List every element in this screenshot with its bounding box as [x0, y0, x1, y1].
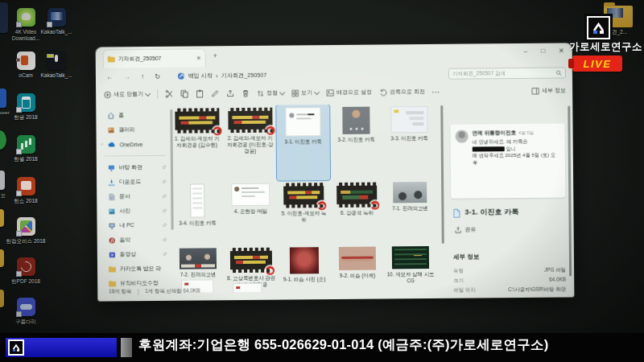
file-tile[interactable]: 3-3. 이진호 카톡	[382, 104, 436, 180]
preview-sender: 연예 뒤통령이진호	[473, 130, 517, 135]
selection-info: 1개 항목 선택함 64.0KB	[145, 287, 200, 295]
minimize-button[interactable]: –	[524, 47, 528, 55]
file-tile[interactable]: 10. 제보자 살해 시도 CG	[384, 244, 438, 293]
pin-icon	[163, 237, 167, 242]
search-placeholder: 기자회견_250507 검색	[452, 69, 556, 77]
refresh-icon[interactable]: ↻	[155, 72, 160, 80]
file-tile[interactable]: 1. 김세의-제보자 기자회견용 (김수현)	[170, 105, 224, 182]
desktop-icon-cloud-bridge[interactable]: 구름다리	[5, 298, 47, 325]
breadcrumb-root[interactable]: 백업 시작	[188, 72, 213, 80]
tab-close-icon[interactable]: ✕	[196, 55, 201, 61]
new-tab-button[interactable]: +	[213, 51, 217, 60]
sidebar-item-downloads[interactable]: 다운로드	[101, 175, 169, 190]
new-icon	[104, 91, 111, 98]
breadcrumb-current[interactable]: 기자회견_250507	[221, 72, 266, 80]
share-button[interactable]: 공유	[455, 225, 477, 233]
pictures-icon	[108, 208, 115, 215]
paste-icon[interactable]	[196, 89, 204, 97]
avatar	[456, 130, 469, 143]
sidebar-item-videos[interactable]: 동영상	[102, 247, 170, 262]
pin-icon	[162, 179, 167, 184]
delete-icon[interactable]	[242, 89, 250, 97]
sidebar-item-documents[interactable]: 문서	[101, 189, 169, 204]
sidebar-item-music[interactable]: 음악	[102, 232, 170, 248]
cut-icon[interactable]	[165, 90, 173, 98]
image-thumbnail	[342, 107, 369, 134]
folder-icon	[109, 265, 116, 272]
preview-date: 4월 5일	[518, 130, 534, 135]
more-button[interactable]: ···	[432, 88, 440, 94]
expand-chevron-icon[interactable]: ›	[101, 142, 103, 146]
file-preview[interactable]: 연예 뒤통령이진호4월 5일 네 안녕하세요. 제 카톡은 입니 때 연락주세요…	[450, 124, 565, 199]
folder-icon	[108, 56, 115, 62]
desktop-icon-kakaotalk-live[interactable]: KakaoTalk_...	[35, 51, 77, 79]
sidebar-item-gallery[interactable]: 갤러리	[101, 122, 168, 138]
play-badge-icon	[266, 126, 275, 135]
search-input[interactable]: 기자회견_250507 검색	[448, 67, 566, 79]
file-tile[interactable]: 2. 김세의-제보자 기자회견용 (이진호-강경윤)	[223, 105, 277, 182]
tab-title: 기자회견_250507	[118, 55, 193, 64]
desktop-folder-label: 견_2...	[612, 29, 627, 36]
desktop-icon-hancom-office[interactable]: 한컴오피스 2018	[5, 217, 47, 245]
desktop-icon-hanpdf[interactable]: 한PDF 2018	[5, 257, 47, 285]
forward-icon[interactable]: →	[123, 72, 130, 80]
set-wallpaper-button[interactable]: 배경으로 설정	[326, 88, 372, 97]
new-button[interactable]: 새로 만들기	[104, 90, 150, 98]
sort-button[interactable]: 정렬	[257, 89, 284, 97]
image-thumbnail	[190, 183, 204, 217]
search-icon	[556, 70, 562, 76]
redaction-block	[473, 146, 505, 152]
image-thumbnail	[231, 183, 270, 206]
pin-icon	[163, 252, 167, 257]
hanpdf-icon	[17, 257, 35, 276]
share-icon[interactable]	[226, 89, 234, 97]
documents-icon	[108, 193, 115, 200]
sidebar-item-pictures[interactable]: 사진	[101, 204, 169, 219]
rotate-left-button[interactable]: 왼쪽으로 회전	[379, 88, 425, 96]
maximize-button[interactable]: □	[541, 47, 545, 55]
image-thumbnail	[285, 107, 320, 136]
play-badge-icon	[370, 201, 379, 210]
file-tile-partial[interactable]	[233, 283, 262, 293]
file-tile[interactable]: 6. 강용석 녹취	[330, 179, 384, 245]
view-button[interactable]: 보기	[291, 88, 319, 97]
desktop-icon-hancell[interactable]: 한셀 2018	[5, 135, 47, 162]
file-explorer-window: 기자회견_250507 ✕ + – □ ✕ ← → ↑ ↻ 백업 시작 › 기자…	[96, 43, 575, 301]
desktop-icon-hwp[interactable]: 한글 2018	[5, 93, 47, 121]
sidebar-item-desktop[interactable]: 바탕 화면	[101, 160, 169, 175]
video-thumbnail	[336, 183, 377, 208]
sidebar-item-onedrive[interactable]: › OneDrive	[101, 137, 169, 152]
details-pane: 연예 뒤통령이진호4월 5일 네 안녕하세요. 제 카톡은 입니 때 연락주세요…	[444, 102, 571, 293]
sidebar-item-kakaotalk-folder[interactable]: 카카오톡 받은 파일	[102, 261, 170, 277]
4k-video-downloader-icon	[17, 8, 35, 27]
donation-banner: 후원계좌:기업은행 655-026629-01-014 (예금주:(주)가로세로…	[0, 333, 644, 362]
file-tile-selected[interactable]: 3-1. 이진호 카톡	[276, 105, 330, 181]
share-icon	[455, 226, 462, 233]
file-tile[interactable]: 7-1. 진례의고변	[383, 179, 437, 245]
back-icon[interactable]: ←	[106, 72, 114, 80]
file-tile[interactable]: 9-1. 피습 사진 (손)	[278, 245, 332, 293]
file-grid: 1. 김세의-제보자 기자회견용 (김수현) 2. 김세의-제보자 기자회견용 …	[170, 104, 440, 293]
sidebar-item-this-pc[interactable]: 내 PC	[101, 218, 169, 233]
image-thumbnail	[339, 247, 376, 270]
up-icon[interactable]: ↑	[141, 72, 144, 80]
file-tile[interactable]: 3-2. 이진호 카톡	[329, 104, 383, 180]
file-icon	[452, 208, 460, 217]
banner-gray-block	[121, 338, 132, 357]
desktop-folder-icon	[108, 164, 115, 171]
breadcrumb: 백업 시작 › 기자회견_250507	[178, 72, 266, 80]
details-scrollbar[interactable]	[568, 105, 571, 276]
file-tile[interactable]: 4. 온현장 메일	[224, 181, 278, 246]
explorer-tab[interactable]: 기자회견_250507 ✕	[103, 48, 206, 68]
sidebar-item-home[interactable]: 홈	[101, 108, 168, 123]
hangul-2018-icon	[17, 93, 35, 112]
file-tile[interactable]: 3-4. 이진호 카톡	[171, 181, 225, 246]
rename-icon[interactable]	[211, 89, 219, 97]
copy-icon[interactable]	[180, 90, 188, 98]
desktop-icon-kakaotalk-video[interactable]: KakaoTalk_...	[35, 8, 77, 35]
desktop-icon-hanshow[interactable]: 한쇼 2018	[5, 177, 47, 204]
live-badge: LIVE	[572, 56, 622, 72]
details-panel-button[interactable]: 세부 정보	[531, 86, 566, 94]
file-tile[interactable]: 9-2. 피습 (어깨)	[331, 244, 385, 292]
file-tile[interactable]: 5. 이진호-제보자 녹취	[277, 180, 331, 245]
